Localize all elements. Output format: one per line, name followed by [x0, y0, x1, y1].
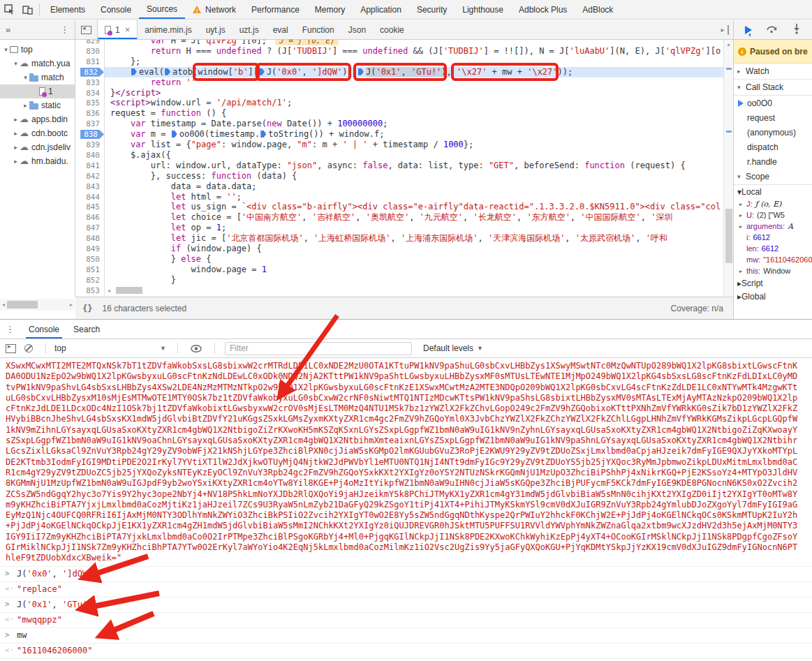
step-into-icon[interactable]: [792, 24, 801, 36]
code-line-851[interactable]: 851 window.page = 1: [75, 265, 723, 275]
tree-item-static[interactable]: ▸static: [0, 98, 75, 112]
call-stack-frame--anonymous-[interactable]: (anonymous): [734, 125, 812, 140]
inline-breakpoint-icon[interactable]: [260, 131, 266, 138]
scope-global-header[interactable]: ▸ Global: [734, 290, 812, 303]
resume-script-icon[interactable]: [745, 26, 752, 34]
clear-console-icon[interactable]: [24, 344, 33, 352]
console-prompt[interactable]: >: [0, 659, 812, 661]
code-line-833[interactable]: 833 return '': [75, 77, 723, 88]
file-tab-uzt-js[interactable]: uzt.js: [232, 20, 266, 39]
code-editor[interactable]: 829 var H = J['qivPZg'][0];J = ƒ (o, E)8…: [75, 40, 723, 297]
file-tab-uyt-js[interactable]: uyt.js: [199, 20, 232, 39]
tree-item-cdn-jsdeliv[interactable]: ▸☁cdn.jsdeliv: [0, 140, 75, 154]
scroll-right-icon[interactable]: ▸: [68, 302, 75, 308]
tab-elements[interactable]: Elements: [43, 0, 93, 19]
tree-item-apps-bdin[interactable]: ▸☁apps.bdin: [0, 112, 75, 126]
scope-var-this-[interactable]: ▸this:Window: [734, 265, 812, 276]
filter-input[interactable]: [225, 342, 412, 355]
scope-var-j-[interactable]: ▸J:ƒ (o, E): [734, 198, 812, 209]
context-selector[interactable]: top▼: [54, 343, 172, 353]
scrollbar-thumb[interactable]: [725, 209, 732, 263]
code-line-849[interactable]: 849 if (window.page) {: [75, 244, 723, 254]
code-line-853[interactable]: 853◂: [75, 285, 723, 296]
tab-application[interactable]: Application: [353, 0, 409, 19]
code-line-850[interactable]: 850 } else {: [75, 254, 723, 265]
console-input[interactable]: >J('0x1', 'GTu!'): [0, 597, 812, 613]
code-line-834[interactable]: 834}</script>: [75, 88, 723, 98]
tree-item-top[interactable]: ▾top: [0, 43, 75, 57]
code-line-842[interactable]: 842 }, success: function (data) {: [75, 171, 723, 181]
code-line-839[interactable]: 839 var list = {"page": window.page, "m"…: [75, 140, 723, 150]
log-levels-selector[interactable]: Default levels▼: [423, 343, 483, 353]
inline-breakpoint-icon[interactable]: [131, 68, 137, 75]
inline-breakpoint-icon[interactable]: [172, 131, 177, 138]
tab-performance[interactable]: Performance: [244, 0, 307, 19]
step-over-icon[interactable]: [766, 24, 778, 36]
tree-item-hm-baidu-[interactable]: ▸☁hm.baidu.: [0, 154, 75, 168]
navigator-menu-icon[interactable]: ⋮: [60, 24, 69, 35]
scroll-up-icon[interactable]: ▴: [724, 40, 733, 47]
hide-navigator-icon[interactable]: [81, 26, 91, 34]
code-line-852[interactable]: 852 }: [75, 275, 723, 285]
tab-lighthouse[interactable]: Lighthouse: [455, 0, 511, 19]
console-tab-search[interactable]: Search: [66, 320, 107, 339]
inspect-element-icon[interactable]: [0, 1, 18, 18]
code-line-843[interactable]: 843 data = data.data;: [75, 181, 723, 192]
file-tab-function[interactable]: Function: [295, 20, 341, 39]
scope-section[interactable]: ▾ Scope: [734, 169, 812, 185]
code-line-838[interactable]: 838 var m = oo0O0(timestamp.toString()) …: [75, 129, 723, 140]
tab-adblock-plus[interactable]: Adblock Plus: [511, 0, 575, 19]
scope-var-u-[interactable]: ▸U:(2) ["W5: [734, 209, 812, 221]
drawer-menu-icon[interactable]: ⋮: [6, 324, 15, 334]
console-input[interactable]: >mw: [0, 628, 812, 644]
more-tabs-icon[interactable]: »: [6, 24, 10, 35]
watch-section[interactable]: ▸ Watch: [734, 64, 812, 80]
file-tab-1[interactable]: 1×: [97, 20, 138, 39]
pretty-print-icon[interactable]: {}: [82, 304, 92, 313]
tab-sources[interactable]: Sources: [139, 0, 185, 19]
file-tab-anime-min-js[interactable]: anime.min.js: [138, 20, 198, 39]
scrollbar-thumb[interactable]: [116, 287, 142, 294]
console-tab-console[interactable]: Console: [22, 320, 66, 339]
console-log[interactable]: XSwxMCwxMTI2MTE2MTQxNSk7bT1tZDVfaWkobSxs…: [0, 358, 812, 661]
scope-var-len-[interactable]: len:6612: [734, 243, 812, 254]
scope-var-mw-[interactable]: mw:"1611046206000: [734, 254, 812, 265]
scroll-left-icon[interactable]: ◂: [108, 288, 110, 294]
file-tab-eval[interactable]: eval: [266, 20, 295, 39]
file-tab-json[interactable]: Json: [341, 20, 373, 39]
scope-var-arguments-[interactable]: ▸arguments:A: [734, 221, 812, 232]
code-line-845[interactable]: 845 let us_sign = `<div class="b-airfly"…: [75, 202, 723, 212]
scroll-left-icon[interactable]: ◂: [0, 302, 7, 308]
tree-item-cdn-bootc[interactable]: ▸☁cdn.bootc: [0, 126, 75, 140]
call-stack-section[interactable]: ▾ Call Stack: [734, 80, 812, 96]
tab-adblock[interactable]: AdBlock: [575, 0, 621, 19]
code-line-831[interactable]: 831 };: [75, 57, 723, 67]
console-input[interactable]: >J('0x0', ']dQW'): [0, 567, 812, 582]
scope-script-header[interactable]: ▸ Script: [734, 276, 812, 290]
tab-console[interactable]: Console: [93, 0, 139, 19]
file-tab-cookie[interactable]: cookie: [373, 20, 411, 39]
code-line-840[interactable]: 840 $.ajax({: [75, 150, 723, 161]
code-line-837[interactable]: 837 var timestamp = Date.parse(new Date(…: [75, 119, 723, 129]
live-expression-icon[interactable]: [191, 345, 202, 352]
code-line-835[interactable]: 835<script>window.url = '/api/match/1';: [75, 98, 723, 108]
console-sidebar-icon[interactable]: [6, 344, 16, 353]
tab-network[interactable]: Network: [185, 0, 244, 19]
tree-item-match-yua[interactable]: ▾☁match.yua: [0, 57, 75, 70]
tree-item-1[interactable]: 1: [0, 84, 75, 98]
call-stack-frame-r-handle[interactable]: r.handle: [734, 154, 812, 169]
scope-var-i-[interactable]: i:6612: [734, 232, 812, 243]
call-stack-frame-request[interactable]: request: [734, 110, 812, 125]
code-line-847[interactable]: 847 let op = 1;: [75, 223, 723, 233]
scrollbar-thumb[interactable]: [7, 301, 38, 309]
console-log-string[interactable]: XSwxMCwxMTI2MTE2MTQxNSk7bT1tZDVfaWkobSxs…: [0, 358, 812, 567]
code-line-848[interactable]: 848 let jic = ['北京首都国际机场', '上海虹桥国际机场', '…: [75, 233, 723, 244]
code-line-832[interactable]: 832 eval(atob(window['b'][J('0x0', ']dQW…: [75, 67, 723, 77]
inline-breakpoint-icon[interactable]: [165, 68, 170, 75]
inline-breakpoint-icon[interactable]: [259, 68, 265, 75]
inline-breakpoint-icon[interactable]: [358, 68, 364, 75]
code-line-846[interactable]: 846 let choice = ['中国南方航空', '吉祥航空', '奥凯航…: [75, 212, 723, 223]
device-toolbar-icon[interactable]: [18, 1, 36, 18]
code-line-830[interactable]: 830 return H === undefined ? (J['TUDBIJ'…: [75, 46, 723, 57]
call-stack-frame-oo0o0[interactable]: oo0O0: [734, 96, 812, 110]
